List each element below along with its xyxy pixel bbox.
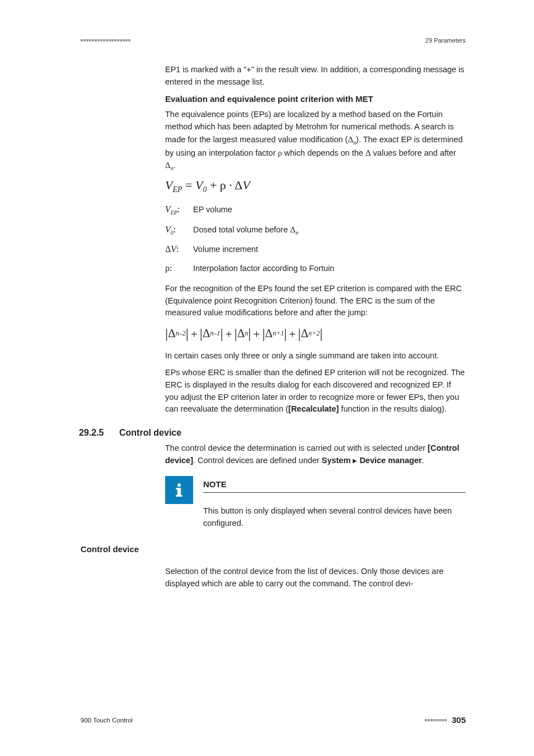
delta-n-def: Δn xyxy=(290,225,298,234)
svg-point-0 xyxy=(177,483,181,487)
triangle-icon: ▶ xyxy=(353,458,357,464)
def-row-vep: VEP: EP volume xyxy=(165,203,466,217)
recalculate-label: [Recalculate] xyxy=(288,404,339,413)
note-body: This button is only displayed when sever… xyxy=(203,505,466,530)
def-txt-rho: Interpolation factor according to Fortui… xyxy=(193,263,466,275)
certain-paragraph: In certain cases only three or only a si… xyxy=(165,350,466,362)
def-sym-dv: ΔV: xyxy=(165,242,193,256)
def-txt-v0-span: Dosed total volume before xyxy=(193,225,290,234)
def-sym-rho: ρ: xyxy=(165,262,193,275)
page-header: 29 Parameters xyxy=(81,37,466,44)
def-sym-v0: V0: xyxy=(165,223,193,237)
note-box: NOTE This button is only displayed when … xyxy=(165,475,466,530)
erc-paragraph: EPs whose ERC is smaller than the define… xyxy=(165,367,466,416)
control-device-subhead: Control device xyxy=(81,543,466,556)
page-footer: 900 Touch Control 305 xyxy=(81,715,466,725)
footer-product: 900 Touch Control xyxy=(81,717,133,724)
eval-text-3: which depends on the xyxy=(282,148,366,157)
eval-heading: Evaluation and equivalence point criteri… xyxy=(165,93,466,106)
def-txt-vep: EP volume xyxy=(193,204,466,216)
delta-n-inline: Δn xyxy=(348,135,356,144)
delta-inline: Δ xyxy=(366,148,371,157)
def-txt-dv: Volume increment xyxy=(193,244,466,256)
info-icon xyxy=(165,476,193,504)
delta-n-inline-2: Δn xyxy=(165,161,174,170)
chapter-label: 29 Parameters xyxy=(425,37,466,44)
control-text-3: . xyxy=(422,456,424,465)
intro-paragraph: EP1 is marked with a "+" in the result v… xyxy=(165,64,466,88)
header-ornament-left xyxy=(81,39,131,41)
control-paragraph: The control device the determination is … xyxy=(165,442,466,467)
def-row-v0: V0: Dosed total volume before Δn xyxy=(165,223,466,237)
section-title: Control device xyxy=(119,428,181,438)
rho-inline: ρ xyxy=(278,148,282,157)
def-row-rho: ρ: Interpolation factor according to For… xyxy=(165,262,466,275)
eval-text-4: values before and after xyxy=(371,148,456,157)
page-number: 305 xyxy=(452,715,466,725)
recognition-paragraph: For the recognition of the EPs found the… xyxy=(165,283,466,319)
svg-rect-2 xyxy=(176,488,179,489)
def-sym-vep: VEP: xyxy=(165,203,193,217)
erc-text-2: function in the results dialog). xyxy=(339,404,447,413)
svg-rect-3 xyxy=(176,494,182,496)
footer-ornament xyxy=(425,719,447,721)
eval-paragraph: The equivalence points (EPs) are localiz… xyxy=(165,109,466,172)
formula-vep: VEP = V0 + ρ · ΔV xyxy=(165,178,466,195)
control-text-2: . Control devices are defined under xyxy=(193,456,322,465)
section-heading: 29.2.5 Control device xyxy=(79,428,466,438)
control-text-1: The control device the determination is … xyxy=(165,444,428,452)
section-number: 29.2.5 xyxy=(79,428,119,438)
system-label: System xyxy=(322,456,351,465)
note-title: NOTE xyxy=(203,475,466,493)
selection-paragraph: Selection of the control device from the… xyxy=(165,566,466,590)
def-row-dv: ΔV: Volume increment xyxy=(165,242,466,256)
def-txt-v0: Dosed total volume before Δn xyxy=(193,223,466,237)
device-manager-label: Device manager xyxy=(359,456,421,465)
formula-erc: |Δn–2|+|Δn–1|+|Δn|+|Δn+1|+|Δn+2| xyxy=(165,325,466,342)
